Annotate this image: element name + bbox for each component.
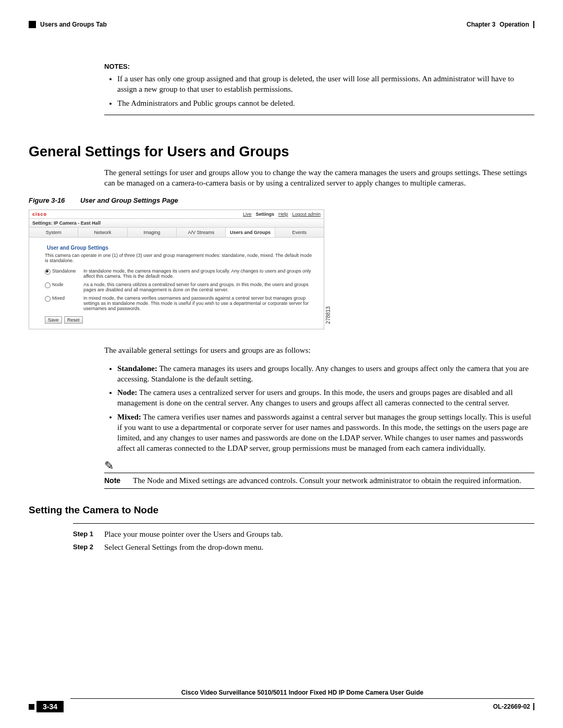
radio-icon[interactable] [45,296,51,302]
radio-label: Node [52,282,64,287]
nav-help[interactable]: Help [278,212,288,217]
fig-nav: Live Settings Help Logout admin [243,212,321,217]
list-item: Mixed: The camera verifies user names an… [117,412,534,454]
note-item: The Administrators and Public groups can… [117,98,534,108]
tab-users-groups[interactable]: Users and Groups [226,228,275,237]
header-title: Operation [499,21,529,28]
footer-left: 3-34 [29,701,64,712]
available-intro: The available general settings for users… [104,345,534,355]
figure-block: Figure 3-16 User and Group Settings Page… [29,196,534,329]
save-button[interactable]: Save [45,316,62,324]
section-intro: The general settings for user and groups… [104,167,534,189]
header-chapter: Chapter 3 [467,21,495,28]
note-label: Note [104,476,133,485]
available-settings: The available general settings for users… [104,345,534,453]
list-item: Node: The camera uses a centralized serv… [117,387,534,409]
running-header: Users and Groups Tab Chapter 3 Operation [29,21,534,28]
item-label: Node: [117,388,137,397]
item-label: Mixed: [117,413,141,421]
radio-label: Mixed [52,295,65,301]
divider [104,115,534,115]
radio-mixed[interactable]: Mixed In mixed mode, the camera verifies… [45,295,314,311]
step-text: Select General Settings from the drop-do… [104,543,534,552]
tab-system[interactable]: System [29,228,78,237]
screenshot: cisco Live Settings Help Logout admin Se… [29,209,324,329]
footer: Cisco Video Surveillance 5010/5011 Indoo… [29,689,534,712]
radio-icon[interactable] [45,282,51,288]
step-row: Step 1 Place your mouse pointer over the… [73,530,534,539]
nav-live[interactable]: Live [243,212,252,217]
list-item: Standalone: The camera manages its users… [117,363,534,385]
nav-logout[interactable]: Logout admin [292,212,321,217]
step-row: Step 2 Select General Settings from the … [73,543,534,552]
section-heading: General Settings for Users and Groups [29,144,534,160]
section-intro-block: The general settings for user and groups… [104,167,534,189]
footer-square-icon [29,704,34,710]
fig-tabs: System Network Imaging A/V Streams Users… [29,228,324,238]
figure-number: Figure 3-16 [29,196,65,204]
header-section-name: Users and Groups Tab [40,21,107,28]
radio-node[interactable]: Node As a node, this camera utilizes a c… [45,282,314,292]
footer-right: OL-22669-02 [493,703,534,710]
header-left: Users and Groups Tab [29,21,107,28]
figure-id: 278813 [325,306,331,324]
note-row: Note The Node and Mixed settings are adv… [104,473,534,489]
item-text: The camera manages its users and groups … [117,364,529,383]
item-text: The camera verifies user names and passw… [117,413,531,453]
header-right: Chapter 3 Operation [467,21,534,28]
nav-settings[interactable]: Settings [255,212,274,217]
cisco-logo-icon: cisco [32,212,47,217]
fig-body: User and Group Settings This camera can … [29,238,324,329]
radio-label: Standalone [52,268,76,274]
fieldset: User and Group Settings This camera can … [45,243,314,311]
item-label: Standalone: [117,364,157,373]
tab-events[interactable]: Events [275,228,324,237]
page: Users and Groups Tab Chapter 3 Operation… [0,0,563,728]
radio-standalone[interactable]: Standalone In standalone mode, the camer… [45,268,314,279]
item-text: The camera uses a centralized server for… [117,388,513,407]
tab-imaging[interactable]: Imaging [128,228,177,237]
content: NOTES: If a user has only one group assi… [29,63,534,556]
note-block: ✎ Note The Node and Mixed settings are a… [104,460,534,489]
note-text: The Node and Mixed settings are advanced… [133,476,534,485]
step-label: Step 2 [73,543,104,552]
footer-divider-icon [533,703,534,710]
notes-block: NOTES: If a user has only one group assi… [104,63,534,115]
header-divider-icon [533,21,534,28]
available-list: Standalone: The camera manages its users… [104,363,534,454]
radio-icon[interactable] [45,269,51,275]
step-text: Place your mouse pointer over the Users … [104,530,534,539]
radio-desc: In mixed mode, the camera verifies usern… [83,295,314,311]
tab-network[interactable]: Network [78,228,127,237]
tab-av[interactable]: A/V Streams [177,228,226,237]
reset-button[interactable]: Reset [64,316,83,324]
steps: Step 1 Place your mouse pointer over the… [73,523,534,552]
fig-breadcrumb: Settings: IP Camera - East Hall [29,219,324,228]
fig-buttons: Save Reset [45,316,314,324]
notes-label: NOTES: [104,63,534,70]
page-number: 3-34 [36,701,64,712]
pencil-icon: ✎ [104,460,534,472]
fieldset-legend: User and Group Settings [46,245,109,251]
subsection-heading: Setting the Camera to Node [29,504,534,516]
radio-desc: As a node, this camera utilizes a centra… [83,282,314,292]
header-square-icon [29,21,36,28]
radio-desc: In standalone mode, the camera manages i… [83,268,314,279]
fig-intro-text: This camera can operate in one (1) of th… [45,253,314,263]
note-item: If a user has only one group assigned an… [117,73,534,95]
notes-list: If a user has only one group assigned an… [104,73,534,108]
figure-title: User and Group Settings Page [80,196,178,204]
footer-doc-title: Cisco Video Surveillance 5010/5011 Indoo… [70,689,534,699]
footer-row: 3-34 OL-22669-02 [29,701,534,712]
figure-caption: Figure 3-16 User and Group Settings Page [29,196,534,204]
doc-id: OL-22669-02 [493,703,530,710]
step-label: Step 1 [73,530,104,539]
fig-topbar: cisco Live Settings Help Logout admin [29,210,324,219]
